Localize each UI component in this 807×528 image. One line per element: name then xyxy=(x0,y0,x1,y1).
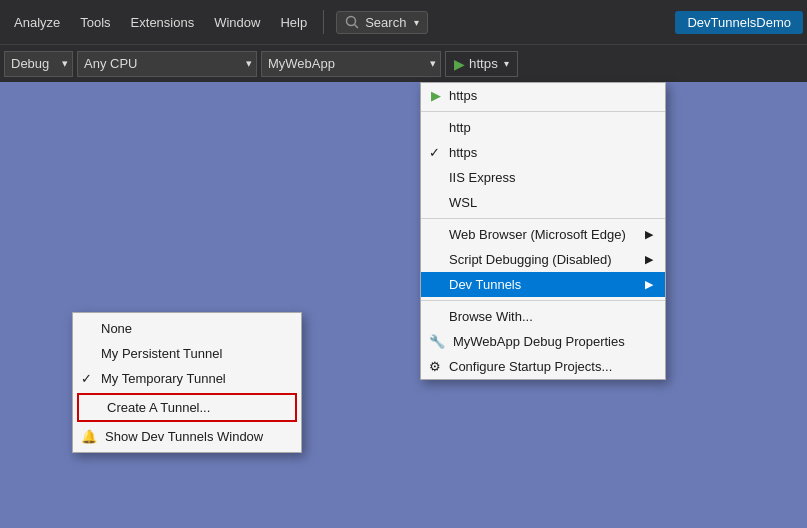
sub-label-show-window: Show Dev Tunnels Window xyxy=(105,429,263,444)
dropdown-item-web-browser[interactable]: Web Browser (Microsoft Edge) ▶ xyxy=(421,222,665,247)
dropdown-item-wsl[interactable]: WSL xyxy=(421,190,665,215)
sub-label-none: None xyxy=(101,321,132,336)
dropdown-item-https2[interactable]: ✓ https xyxy=(421,140,665,165)
sub-item-show-window[interactable]: 🔔 Show Dev Tunnels Window xyxy=(73,424,301,449)
gear-icon: ⚙ xyxy=(429,359,441,374)
sub-item-none[interactable]: None xyxy=(73,316,301,341)
dropdown-label-browse-with: Browse With... xyxy=(449,309,533,324)
app-select[interactable]: MyWebApp xyxy=(261,51,441,77)
dropdown-divider2 xyxy=(421,218,665,219)
sub-label-create: Create A Tunnel... xyxy=(107,400,210,415)
toolbar: Debug Any CPU MyWebApp ▶ https ▾ xyxy=(0,44,807,82)
menu-tools[interactable]: Tools xyxy=(70,0,120,44)
submenu-arrow-script-icon: ▶ xyxy=(645,253,653,266)
check-icon: ✓ xyxy=(429,145,440,160)
dropdown-item-script-debug[interactable]: Script Debugging (Disabled) ▶ xyxy=(421,247,665,272)
dropdown-label-web-browser: Web Browser (Microsoft Edge) xyxy=(449,227,626,242)
sub-item-temporary[interactable]: ✓ My Temporary Tunnel xyxy=(73,366,301,391)
debug-select[interactable]: Debug xyxy=(4,51,73,77)
menu-help[interactable]: Help xyxy=(270,0,317,44)
sub-label-temporary: My Temporary Tunnel xyxy=(101,371,226,386)
dropdown-item-https1[interactable]: ▶ https xyxy=(421,83,665,108)
dropdown-label-debug-props: MyWebApp Debug Properties xyxy=(453,334,625,349)
dropdown-item-configure[interactable]: ⚙ Configure Startup Projects... xyxy=(421,354,665,379)
sub-dropdown-tunnels: None My Persistent Tunnel ✓ My Temporary… xyxy=(72,312,302,453)
search-icon xyxy=(345,15,359,29)
menu-window[interactable]: Window xyxy=(204,0,270,44)
sub-item-persistent[interactable]: My Persistent Tunnel xyxy=(73,341,301,366)
menu-analyze[interactable]: Analyze xyxy=(4,0,70,44)
dropdown-item-debug-props[interactable]: 🔧 MyWebApp Debug Properties xyxy=(421,329,665,354)
submenu-arrow-icon: ▶ xyxy=(645,228,653,241)
search-chevron-icon: ▾ xyxy=(414,17,419,28)
dropdown-item-http[interactable]: http xyxy=(421,115,665,140)
create-tunnel-wrapper: Create A Tunnel... xyxy=(77,393,297,422)
dropdown-label-dev-tunnels: Dev Tunnels xyxy=(449,277,521,292)
dropdown-item-dev-tunnels[interactable]: Dev Tunnels ▶ xyxy=(421,272,665,297)
dropdown-item-browse-with[interactable]: Browse With... xyxy=(421,304,665,329)
search-box[interactable]: Search ▾ xyxy=(336,11,428,34)
debug-select-wrapper: Debug xyxy=(4,51,73,77)
menu-extensions[interactable]: Extensions xyxy=(121,0,205,44)
run-label: https xyxy=(469,56,498,71)
svg-line-1 xyxy=(355,25,359,29)
temp-check-icon: ✓ xyxy=(81,371,92,386)
svg-point-0 xyxy=(347,17,356,26)
dropdown-label-script-debug: Script Debugging (Disabled) xyxy=(449,252,612,267)
play-small-icon: ▶ xyxy=(431,88,441,103)
dropdown-label-wsl: WSL xyxy=(449,195,477,210)
dropdown-label-https2: https xyxy=(449,145,477,160)
main-area: ▶ https http ✓ https IIS Express WSL Web… xyxy=(0,82,807,528)
submenu-arrow-tunnels-icon: ▶ xyxy=(645,278,653,291)
cpu-select[interactable]: Any CPU xyxy=(77,51,257,77)
cpu-select-wrapper: Any CPU xyxy=(77,51,257,77)
wrench-icon: 🔧 xyxy=(429,334,445,349)
dev-tunnels-button[interactable]: DevTunnelsDemo xyxy=(675,11,803,34)
dropdown-label-configure: Configure Startup Projects... xyxy=(449,359,612,374)
sub-item-create[interactable]: Create A Tunnel... xyxy=(77,393,297,422)
run-button[interactable]: ▶ https ▾ xyxy=(445,51,518,77)
main-dropdown: ▶ https http ✓ https IIS Express WSL Web… xyxy=(420,82,666,380)
dropdown-divider1 xyxy=(421,111,665,112)
menu-separator xyxy=(323,10,324,34)
dropdown-label-https1: https xyxy=(449,88,477,103)
play-icon: ▶ xyxy=(454,56,465,72)
app-select-wrapper: MyWebApp xyxy=(261,51,441,77)
bell-icon: 🔔 xyxy=(81,429,97,444)
sub-label-persistent: My Persistent Tunnel xyxy=(101,346,222,361)
dropdown-label-iis: IIS Express xyxy=(449,170,515,185)
menu-bar: Analyze Tools Extensions Window Help Sea… xyxy=(0,0,807,44)
dropdown-item-iis[interactable]: IIS Express xyxy=(421,165,665,190)
dropdown-divider3 xyxy=(421,300,665,301)
search-label: Search xyxy=(365,15,406,30)
dropdown-label-http: http xyxy=(449,120,471,135)
run-chevron-icon: ▾ xyxy=(504,58,509,69)
